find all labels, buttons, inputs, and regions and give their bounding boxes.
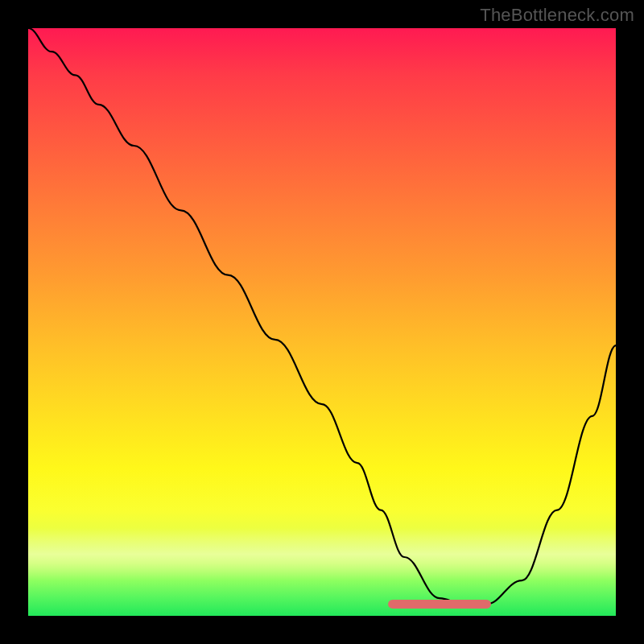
plot-area	[28, 28, 616, 616]
bottleneck-curve-path	[28, 28, 616, 604]
chart-frame: TheBottleneck.com	[0, 0, 644, 644]
watermark-text: TheBottleneck.com	[480, 5, 634, 26]
curve-svg	[28, 28, 616, 616]
